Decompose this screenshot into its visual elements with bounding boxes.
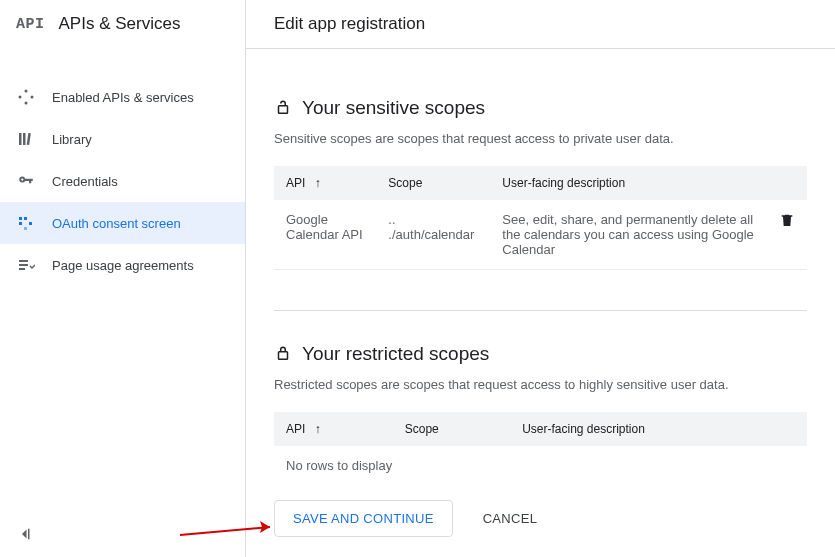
save-and-continue-button[interactable]: SAVE AND CONTINUE xyxy=(274,500,453,537)
restricted-scopes-desc: Restricted scopes are scopes that reques… xyxy=(274,377,807,392)
sidebar-item-library[interactable]: Library xyxy=(0,118,245,160)
sort-arrow-icon: ↑ xyxy=(315,176,321,190)
sensitive-scopes-section: Your sensitive scopes Sensitive scopes a… xyxy=(274,73,807,270)
agreements-icon xyxy=(16,255,36,275)
svg-rect-9 xyxy=(24,217,27,220)
restricted-scopes-table: API ↑ Scope User-facing description No r… xyxy=(274,412,807,480)
cancel-button[interactable]: CANCEL xyxy=(465,501,556,536)
sidebar-item-page-usage[interactable]: Page usage agreements xyxy=(0,244,245,286)
empty-row: No rows to display xyxy=(274,446,807,480)
restricted-scopes-title: Your restricted scopes xyxy=(274,343,807,365)
sidebar-nav: Enabled APIs & services Library Credenti… xyxy=(0,48,245,286)
svg-rect-7 xyxy=(19,217,22,220)
col-desc: User-facing description xyxy=(510,412,807,446)
sensitive-scopes-title: Your sensitive scopes xyxy=(274,97,807,119)
restricted-scopes-section: Your restricted scopes Restricted scopes… xyxy=(274,310,807,480)
main-content: Your sensitive scopes Sensitive scopes a… xyxy=(246,49,835,480)
svg-point-3 xyxy=(25,102,28,105)
col-desc: User-facing description xyxy=(490,166,767,200)
library-icon xyxy=(16,129,36,149)
delete-icon[interactable] xyxy=(779,212,795,228)
sidebar-header: API APIs & Services xyxy=(0,0,245,48)
col-scope: Scope xyxy=(376,166,490,200)
api-logo: API xyxy=(16,16,45,33)
unlock-icon xyxy=(274,99,292,117)
diamond-icon xyxy=(16,87,36,107)
main: Edit app registration Your sensitive sco… xyxy=(246,0,835,557)
sidebar-item-oauth-consent[interactable]: OAuth consent screen xyxy=(0,202,245,244)
sidebar-item-enabled-apis[interactable]: Enabled APIs & services xyxy=(0,76,245,118)
svg-rect-14 xyxy=(19,268,25,270)
sidebar-item-label: Credentials xyxy=(52,174,118,189)
svg-point-0 xyxy=(25,90,28,93)
cell-scope: .. ./auth/calendar xyxy=(376,200,490,270)
sidebar-item-label: Library xyxy=(52,132,92,147)
sidebar-item-credentials[interactable]: Credentials xyxy=(0,160,245,202)
sidebar-title: APIs & Services xyxy=(59,14,181,34)
col-api[interactable]: API ↑ xyxy=(274,166,376,200)
svg-rect-5 xyxy=(23,133,26,145)
svg-rect-13 xyxy=(19,264,28,266)
lock-icon xyxy=(274,345,292,363)
svg-rect-10 xyxy=(29,222,32,225)
cell-api: Google Calendar API xyxy=(274,200,376,270)
svg-rect-6 xyxy=(27,133,31,145)
svg-rect-11 xyxy=(24,227,27,230)
sensitive-scopes-desc: Sensitive scopes are scopes that request… xyxy=(274,131,807,146)
sensitive-scopes-table: API ↑ Scope User-facing description Goog… xyxy=(274,166,807,270)
svg-point-2 xyxy=(31,96,34,99)
key-icon xyxy=(16,171,36,191)
sidebar-item-label: Enabled APIs & services xyxy=(52,90,194,105)
sidebar-item-label: Page usage agreements xyxy=(52,258,194,273)
action-bar: SAVE AND CONTINUE CANCEL xyxy=(246,480,835,557)
col-api[interactable]: API ↑ xyxy=(274,412,393,446)
svg-rect-15 xyxy=(28,529,30,540)
sidebar-item-label: OAuth consent screen xyxy=(52,216,181,231)
consent-icon xyxy=(16,213,36,233)
col-scope: Scope xyxy=(393,412,510,446)
svg-rect-8 xyxy=(19,222,22,225)
svg-rect-12 xyxy=(19,260,28,262)
table-row: Google Calendar API .. ./auth/calendar S… xyxy=(274,200,807,270)
svg-point-1 xyxy=(19,96,22,99)
collapse-sidebar-icon[interactable] xyxy=(16,525,34,543)
svg-rect-4 xyxy=(19,133,22,145)
page-title: Edit app registration xyxy=(274,14,807,34)
main-header: Edit app registration xyxy=(246,0,835,49)
cell-desc: See, edit, share, and permanently delete… xyxy=(490,200,767,270)
sidebar: API APIs & Services Enabled APIs & servi… xyxy=(0,0,246,557)
sort-arrow-icon: ↑ xyxy=(315,422,321,436)
